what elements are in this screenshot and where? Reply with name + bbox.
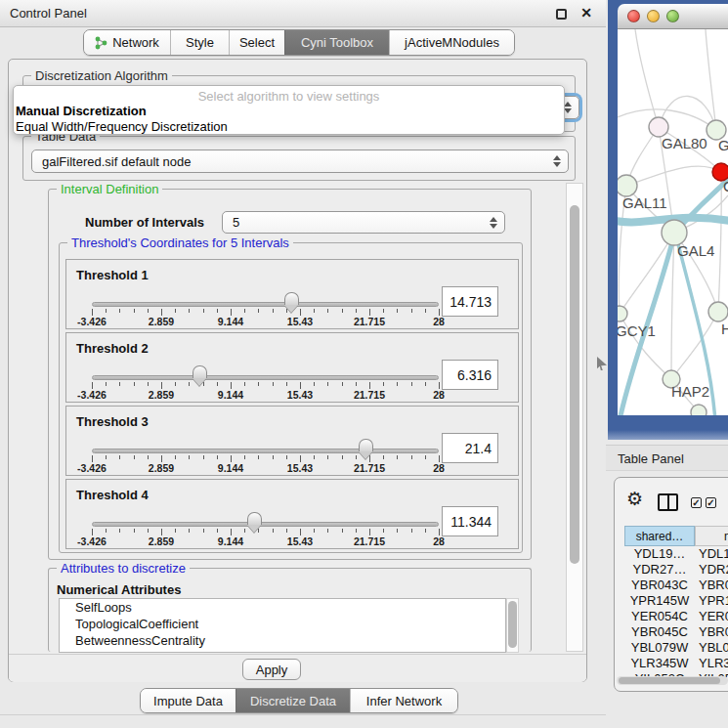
number-of-intervals-combobox[interactable]: 5	[222, 211, 505, 234]
zoom-traffic-light-icon[interactable]	[666, 10, 679, 22]
cell-shared-name[interactable]: YPR145W	[624, 593, 695, 609]
network-graph: GAL80 GA C GAL11 GAL4 GCY1 H HAP2	[618, 29, 728, 415]
cell-shared-name[interactable]: YLR345W	[624, 656, 695, 671]
node-gal11[interactable]	[618, 175, 637, 196]
node-partial[interactable]	[691, 405, 707, 415]
tick-label: 15.43	[287, 535, 313, 547]
threshold-value-field[interactable]: 6.316	[442, 360, 498, 390]
threshold-coordinates-group: Threshold's Coordinates for 5 Intervals …	[59, 242, 523, 553]
tab-discretize-data[interactable]: Discretize Data	[236, 689, 350, 712]
attribute-list-item[interactable]: TopologicalCoefficient	[60, 616, 505, 632]
gear-icon[interactable]: ⚙	[626, 490, 643, 509]
cell-shared-name[interactable]: YBR043C	[624, 578, 695, 593]
tick-mark	[231, 455, 232, 462]
network-window-titlebar[interactable]	[618, 4, 728, 29]
node-h[interactable]	[708, 302, 728, 321]
column-header-name[interactable]: name	[695, 526, 728, 546]
tick-mark	[148, 455, 149, 459]
dropdown-item-manual-discretization[interactable]: Manual Discretization	[16, 104, 147, 118]
tick-mark	[356, 309, 357, 313]
cell-name[interactable]: YER054C	[695, 609, 728, 624]
tick-mark	[92, 382, 93, 389]
table-row[interactable]: YLR345WYLR345W	[624, 656, 728, 671]
cell-name[interactable]: YDL19…	[695, 546, 728, 562]
table-row[interactable]: YDL19…YDL19…	[624, 546, 728, 562]
tab-network[interactable]: Network	[84, 30, 170, 55]
tab-cyni-toolbox[interactable]: Cyni Toolbox	[284, 30, 389, 55]
threshold-slider-thumb[interactable]	[284, 292, 299, 305]
threshold-slider-track[interactable]	[92, 449, 439, 453]
node-gal80[interactable]	[649, 117, 668, 137]
tab-infer-network[interactable]: Infer Network	[350, 689, 457, 712]
tab-jactivemnodules[interactable]: jActiveMNodules	[389, 30, 514, 55]
cell-name[interactable]: YPR145W	[695, 593, 728, 609]
tick-mark	[439, 455, 440, 462]
table-data-combobox[interactable]: galFiltered.sif default node	[31, 150, 569, 173]
cell-name[interactable]: YDR27…	[695, 562, 728, 578]
cell-name[interactable]: YBL079W	[695, 640, 728, 656]
table-row[interactable]: YDR27…YDR27…	[624, 562, 728, 578]
cell-name[interactable]: YLR345W	[695, 656, 728, 671]
node-gcy1[interactable]	[618, 306, 627, 321]
tick-mark	[119, 455, 120, 459]
minimize-traffic-light-icon[interactable]	[647, 10, 660, 22]
tick-mark	[342, 309, 343, 313]
threshold-value-field[interactable]: 11.344	[442, 506, 498, 536]
table-row[interactable]: YBL079WYBL079W	[624, 640, 728, 656]
table-panel-titlebar: Table Panel	[606, 445, 728, 471]
table-row[interactable]: YER054CYER054C	[624, 609, 728, 624]
column-header-shared-name[interactable]: shared…	[624, 526, 695, 546]
split-columns-icon[interactable]	[658, 493, 678, 511]
tick-mark	[286, 529, 287, 533]
cell-name[interactable]: YBR043C	[695, 578, 728, 593]
table-body[interactable]: YDL19…YDL19…YDR27…YDR27…YBR043CYBR043CYP…	[624, 546, 728, 677]
tab-impute-data[interactable]: Impute Data	[141, 689, 236, 712]
scrollbar-thumb[interactable]	[619, 677, 720, 684]
threshold-value-field[interactable]: 21.4	[442, 433, 498, 463]
checkbox-icon[interactable]: ✓	[706, 497, 716, 508]
slider-tick-labels: -3.4262.8599.14415.4321.71528	[92, 462, 440, 474]
tab-label: jActiveMNodules	[405, 35, 499, 50]
numerical-attributes-list[interactable]: SelfLoopsTopologicalCoefficientBetweenne…	[59, 598, 506, 653]
cell-name[interactable]: YBR045C	[695, 624, 728, 640]
cell-shared-name[interactable]: YDR27…	[624, 562, 695, 578]
tick-mark	[258, 309, 259, 313]
cell-shared-name[interactable]: YBL079W	[624, 640, 695, 656]
tick-mark	[342, 382, 343, 386]
checkbox-icon[interactable]: ✓	[691, 497, 702, 508]
panel-vertical-scrollbar[interactable]	[566, 183, 583, 652]
tab-select[interactable]: Select	[229, 30, 284, 55]
apply-button[interactable]: Apply	[242, 659, 301, 680]
attribute-list-item[interactable]: BetweennessCentrality	[60, 632, 505, 649]
tick-mark	[286, 382, 287, 386]
tick-mark	[244, 309, 245, 313]
scrollbar-thumb[interactable]	[570, 205, 579, 564]
table-row[interactable]: YBR043CYBR043C	[624, 578, 728, 593]
cell-shared-name[interactable]: YDL19…	[624, 546, 695, 562]
window-float-icon[interactable]	[556, 9, 567, 20]
threshold-slider-track[interactable]	[92, 375, 439, 380]
scrollbar-thumb[interactable]	[508, 601, 517, 648]
table-row[interactable]: YBR045CYBR045C	[624, 624, 728, 640]
threshold-slider-thumb[interactable]	[247, 512, 262, 525]
apply-strip: Apply	[9, 654, 586, 682]
threshold-slider-thumb[interactable]	[193, 365, 207, 378]
tick-mark	[369, 529, 370, 535]
threshold-slider-track[interactable]	[92, 522, 439, 527]
dropdown-item-equal-width-frequency[interactable]: Equal Width/Frequency Discretization	[16, 119, 228, 134]
node-label: GAL11	[622, 194, 667, 211]
attribute-list-item[interactable]: SelfLoops	[60, 599, 505, 616]
threshold-value-field[interactable]: 14.713	[442, 286, 498, 317]
tick-mark	[175, 382, 176, 386]
table-horizontal-scrollbar[interactable]	[617, 676, 728, 685]
threshold-slider-track[interactable]	[92, 302, 439, 307]
table-row[interactable]: YPR145WYPR145W	[624, 593, 728, 609]
tab-style[interactable]: Style	[170, 30, 229, 55]
network-canvas[interactable]: GAL80 GA C GAL11 GAL4 GCY1 H HAP2	[618, 29, 728, 415]
cell-shared-name[interactable]: YBR045C	[624, 624, 695, 640]
threshold-slider-thumb[interactable]	[359, 439, 373, 451]
close-traffic-light-icon[interactable]	[627, 10, 640, 22]
attributes-list-scrollbar[interactable]	[506, 598, 519, 653]
cell-shared-name[interactable]: YER054C	[624, 609, 695, 624]
close-icon[interactable]: ✕	[580, 5, 592, 21]
